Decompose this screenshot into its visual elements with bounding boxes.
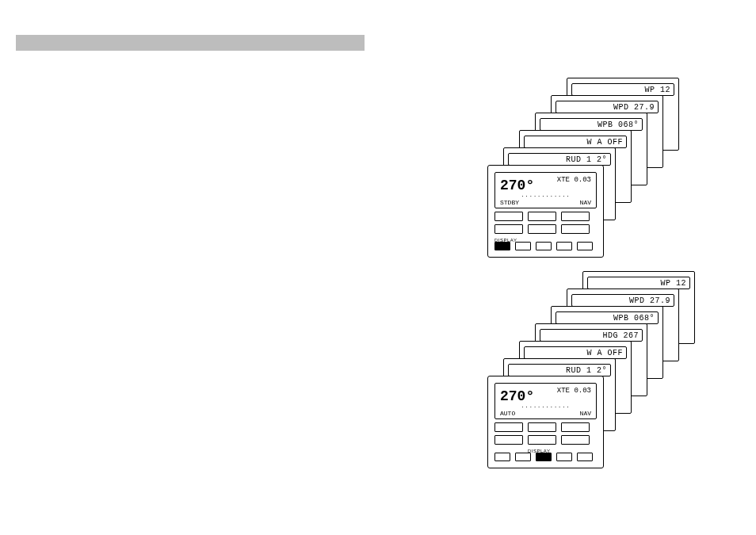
lcd-screen: 270° XTE 0.03 ............ AUTO NAV (494, 383, 597, 419)
mode-left: STDBY (500, 199, 519, 206)
deviation-bar: ............ (500, 403, 591, 409)
key[interactable] (577, 453, 593, 461)
mode-right: NAV (580, 410, 591, 417)
key[interactable] (561, 422, 590, 432)
key[interactable] (561, 435, 590, 445)
lcd-screen: 270° XTE 0.03 ............ STDBY NAV (494, 172, 597, 208)
mode-row: STDBY NAV (500, 199, 591, 206)
display-key-label: DISPLAY (528, 449, 550, 453)
key[interactable] (515, 242, 531, 250)
mini-readout: RUD 1 2° (508, 364, 611, 376)
heading-readout: 270° (500, 388, 534, 404)
key[interactable] (528, 422, 556, 432)
display-stack-standby: WP 12 WPD 27.9 WPB 068° W A OFF RUD 1 2°… (487, 78, 741, 260)
xte-readout: XTE 0.03 (557, 387, 591, 395)
key[interactable] (528, 212, 556, 221)
keypad (494, 212, 597, 250)
mini-readout: WPB 068° (540, 118, 643, 131)
key[interactable] (515, 453, 531, 461)
mini-readout: HDG 267 (540, 329, 643, 342)
key[interactable] (556, 242, 572, 250)
mini-readout: W A OFF (524, 346, 627, 359)
keypad (494, 422, 597, 461)
header-bar (16, 35, 365, 51)
control-unit-standby: 270° XTE 0.03 ............ STDBY NAV (487, 165, 604, 258)
mode-right: NAV (580, 199, 591, 206)
key[interactable] (528, 224, 556, 234)
key[interactable] (494, 435, 523, 445)
display-key[interactable] (536, 453, 552, 461)
mini-readout: WP 12 (587, 277, 690, 289)
display-key-label: DISPLAY (494, 238, 517, 243)
mini-readout: WPD 27.9 (556, 101, 659, 113)
mini-readout: W A OFF (524, 136, 627, 148)
key[interactable] (494, 212, 523, 221)
display-stack-auto: WP 12 WPD 27.9 WPB 068° HDG 267 W A OFF … (487, 271, 741, 477)
mini-readout: RUD 1 2° (508, 153, 611, 166)
mode-left: AUTO (500, 410, 515, 417)
key[interactable] (528, 435, 556, 445)
key[interactable] (561, 212, 590, 221)
mode-row: AUTO NAV (500, 410, 591, 417)
xte-readout: XTE 0.03 (557, 176, 591, 184)
key[interactable] (536, 242, 552, 250)
key[interactable] (494, 224, 523, 234)
key[interactable] (561, 224, 590, 234)
display-key[interactable] (494, 242, 510, 250)
key[interactable] (494, 422, 523, 432)
heading-readout: 270° (500, 178, 534, 193)
control-unit-auto: 270° XTE 0.03 ............ AUTO NAV (487, 376, 604, 468)
mini-readout: WPB 068° (556, 311, 659, 324)
mini-readout: WP 12 (571, 83, 674, 96)
key[interactable] (577, 242, 593, 250)
deviation-bar: ............ (500, 192, 591, 198)
key[interactable] (556, 453, 572, 461)
mini-readout: WPD 27.9 (571, 294, 674, 307)
key[interactable] (494, 453, 510, 461)
